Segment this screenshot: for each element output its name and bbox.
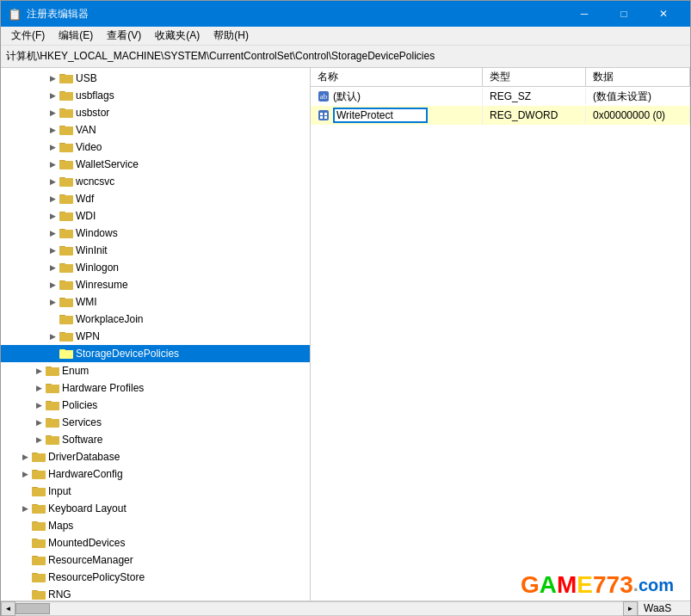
tree-item-keyboardlayout[interactable]: ▶ Keyboard Layout bbox=[1, 500, 310, 517]
tree-label-usbflags: usbflags bbox=[76, 89, 114, 102]
expand-arrow-input[interactable] bbox=[18, 484, 32, 498]
tree-item-hardwareconfig[interactable]: ▶ HardwareConfig bbox=[1, 465, 310, 483]
expand-arrow-resourcepolicystore[interactable] bbox=[18, 570, 32, 584]
tree-label-software: Software bbox=[62, 434, 102, 446]
expand-arrow-hardwareprofiles[interactable]: ▶ bbox=[32, 381, 46, 395]
folder-icon-storagedevicepolicies bbox=[59, 348, 73, 360]
expand-arrow-resourcemanager[interactable] bbox=[18, 553, 32, 567]
expand-arrow-services[interactable]: ▶ bbox=[32, 416, 46, 429]
svg-rect-92 bbox=[32, 591, 46, 599]
tree-item-software[interactable]: ▶ Software bbox=[1, 431, 310, 448]
folder-icon-wpn bbox=[59, 330, 73, 342]
tree-item-video[interactable]: ▶ Video bbox=[1, 139, 310, 156]
tree-item-resourcemanager[interactable]: ResourceManager bbox=[1, 551, 310, 569]
tree-item-van[interactable]: ▶ VAN bbox=[1, 121, 310, 139]
scroll-track[interactable] bbox=[15, 601, 623, 616]
right-panel: 名称 类型 数据 ab (默认)REG_SZ(数值未设置) REG_DWORD0… bbox=[311, 68, 690, 601]
tree-item-hardwareprofiles[interactable]: ▶ Hardware Profiles bbox=[1, 379, 310, 397]
tree-item-windows[interactable]: ▶ Windows bbox=[1, 225, 310, 242]
tree-item-driverdatabase[interactable]: ▶ DriverDatabase bbox=[1, 448, 310, 465]
tree-item-usb[interactable]: ▶ USB bbox=[1, 70, 310, 87]
minimize-button[interactable]: ─ bbox=[565, 1, 604, 27]
reg-row-writeprotect[interactable]: REG_DWORD0x00000000 (0) bbox=[311, 106, 690, 125]
expand-arrow-software[interactable]: ▶ bbox=[32, 433, 46, 447]
tree-item-storagedevicepolicies[interactable]: StorageDevicePolicies bbox=[1, 345, 310, 362]
tree-item-enum[interactable]: ▶ Enum bbox=[1, 362, 310, 379]
svg-rect-20 bbox=[59, 178, 73, 186]
tree-item-wmi[interactable]: ▶ WMI bbox=[1, 293, 310, 311]
tree-item-wininit[interactable]: ▶ WinInit bbox=[1, 242, 310, 259]
close-button[interactable]: ✕ bbox=[644, 1, 683, 27]
expand-arrow-wpn[interactable]: ▶ bbox=[46, 330, 59, 343]
tree-item-maps[interactable]: Maps bbox=[1, 517, 310, 534]
tree-item-services[interactable]: ▶ Services bbox=[1, 414, 310, 431]
horizontal-scroll[interactable]: ◄ ► bbox=[1, 601, 638, 616]
expand-arrow-wininit[interactable]: ▶ bbox=[46, 243, 59, 257]
tree-item-wpn[interactable]: ▶ WPN bbox=[1, 328, 310, 345]
expand-arrow-mounteddevices[interactable] bbox=[18, 536, 32, 550]
folder-icon-hardwareconfig bbox=[32, 468, 46, 480]
tree-item-input[interactable]: Input bbox=[1, 483, 310, 500]
tree-item-usbflags[interactable]: ▶ usbflags bbox=[1, 87, 310, 104]
tree-item-workplacejoin[interactable]: WorkplaceJoin bbox=[1, 311, 310, 328]
tree-label-hardwareconfig: HardwareConfig bbox=[48, 468, 123, 480]
folder-icon-windows bbox=[59, 227, 73, 239]
tree-item-usbstor[interactable]: ▶ usbstor bbox=[1, 104, 310, 121]
svg-text:ab: ab bbox=[320, 92, 328, 101]
reg-row-default[interactable]: ab (默认)REG_SZ(数值未设置) bbox=[311, 87, 690, 106]
tree-item-policies[interactable]: ▶ Policies bbox=[1, 397, 310, 414]
tree-item-winresume[interactable]: ▶ Winresume bbox=[1, 276, 310, 293]
tree-item-resourcepolicystore[interactable]: ResourcePolicyStore bbox=[1, 569, 310, 586]
expand-arrow-driverdatabase[interactable]: ▶ bbox=[18, 450, 32, 464]
expand-arrow-usb[interactable]: ▶ bbox=[46, 71, 59, 85]
tree-item-mounteddevices[interactable]: MountedDevices bbox=[1, 534, 310, 551]
expand-arrow-wdf[interactable]: ▶ bbox=[46, 192, 59, 206]
menu-item-h[interactable]: 帮助(H) bbox=[207, 27, 256, 45]
expand-arrow-winlogon[interactable]: ▶ bbox=[46, 261, 59, 274]
expand-arrow-video[interactable]: ▶ bbox=[46, 140, 59, 154]
tree-item-wcncsvc[interactable]: ▶ wcncsvc bbox=[1, 173, 310, 190]
expand-arrow-rng[interactable] bbox=[18, 588, 32, 601]
scroll-left-btn[interactable]: ◄ bbox=[1, 601, 15, 616]
svg-rect-53 bbox=[46, 367, 59, 375]
svg-rect-35 bbox=[59, 264, 73, 272]
expand-arrow-hardwareconfig[interactable]: ▶ bbox=[18, 467, 32, 481]
expand-arrow-keyboardlayout[interactable]: ▶ bbox=[18, 502, 32, 515]
expand-arrow-usbflags[interactable]: ▶ bbox=[46, 89, 59, 102]
expand-arrow-wcncsvc[interactable]: ▶ bbox=[46, 175, 59, 188]
scroll-right-btn[interactable]: ► bbox=[623, 601, 638, 616]
folder-icon-van bbox=[59, 124, 73, 136]
menu-item-a[interactable]: 收藏夹(A) bbox=[148, 27, 207, 45]
menu-item-e[interactable]: 编辑(E) bbox=[52, 27, 100, 45]
tree-label-wcncsvc: wcncsvc bbox=[76, 176, 114, 188]
menu-item-f[interactable]: 文件(F) bbox=[4, 27, 52, 45]
expand-arrow-windows[interactable]: ▶ bbox=[46, 226, 59, 240]
expand-arrow-walletservice[interactable]: ▶ bbox=[46, 157, 59, 171]
expand-arrow-wmi[interactable]: ▶ bbox=[46, 295, 59, 309]
scroll-thumb[interactable] bbox=[15, 603, 50, 614]
expand-arrow-policies[interactable]: ▶ bbox=[32, 398, 46, 412]
menu-item-v[interactable]: 查看(V) bbox=[100, 27, 148, 45]
tree-item-rng[interactable]: RNG bbox=[1, 586, 310, 601]
tree-item-walletservice[interactable]: ▶ WalletService bbox=[1, 156, 310, 173]
tree-content[interactable]: ▶ USB▶ usbflags▶ usbstor▶ VAN▶ Video▶ Wa… bbox=[1, 68, 310, 601]
tree-item-wdi[interactable]: ▶ WDI bbox=[1, 207, 310, 225]
tree-label-input: Input bbox=[48, 485, 71, 497]
reg-icon-writeprotect bbox=[318, 109, 330, 121]
expand-arrow-wdi[interactable]: ▶ bbox=[46, 209, 59, 223]
expand-arrow-storagedevicepolicies[interactable] bbox=[46, 347, 59, 360]
expand-arrow-workplacejoin[interactable] bbox=[46, 312, 59, 326]
expand-arrow-usbstor[interactable]: ▶ bbox=[46, 106, 59, 120]
folder-icon-mounteddevices bbox=[32, 537, 46, 549]
tree-item-winlogon[interactable]: ▶ Winlogon bbox=[1, 259, 310, 276]
maximize-button[interactable]: □ bbox=[604, 1, 644, 27]
expand-arrow-maps[interactable] bbox=[18, 519, 32, 533]
svg-rect-80 bbox=[32, 522, 46, 530]
expand-arrow-enum[interactable]: ▶ bbox=[32, 364, 46, 378]
expand-arrow-van[interactable]: ▶ bbox=[46, 123, 59, 137]
expand-arrow-winresume[interactable]: ▶ bbox=[46, 278, 59, 292]
reg-name-input-writeprotect[interactable] bbox=[333, 108, 428, 123]
tree-label-hardwareprofiles: Hardware Profiles bbox=[62, 382, 144, 394]
tree-item-wdf[interactable]: ▶ Wdf bbox=[1, 190, 310, 207]
svg-rect-47 bbox=[59, 333, 73, 341]
